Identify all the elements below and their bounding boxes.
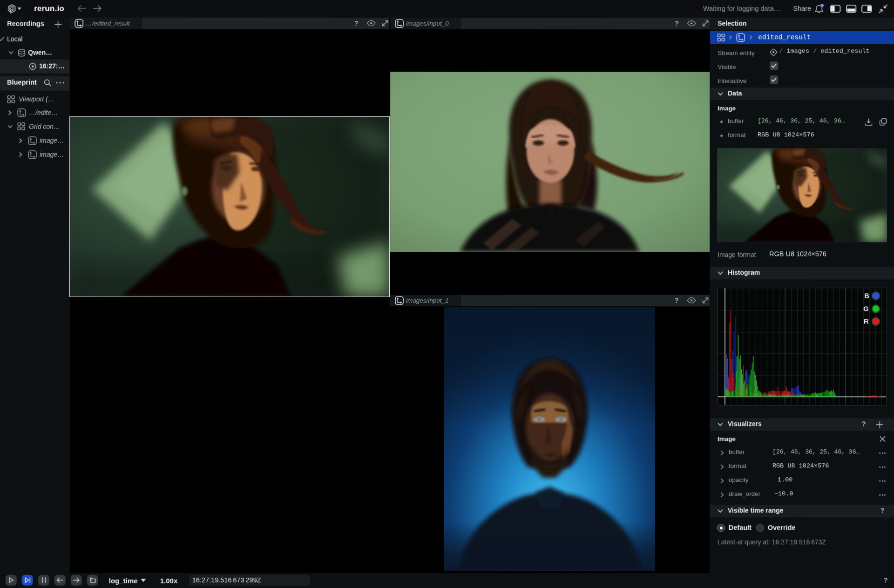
svg-text:G: G (863, 304, 869, 312)
svg-text:R: R (864, 317, 869, 325)
svg-text:?: ? (674, 296, 678, 304)
svg-text:?: ? (354, 19, 359, 27)
svg-text:?: ? (675, 19, 679, 27)
svg-text:B: B (864, 291, 869, 299)
